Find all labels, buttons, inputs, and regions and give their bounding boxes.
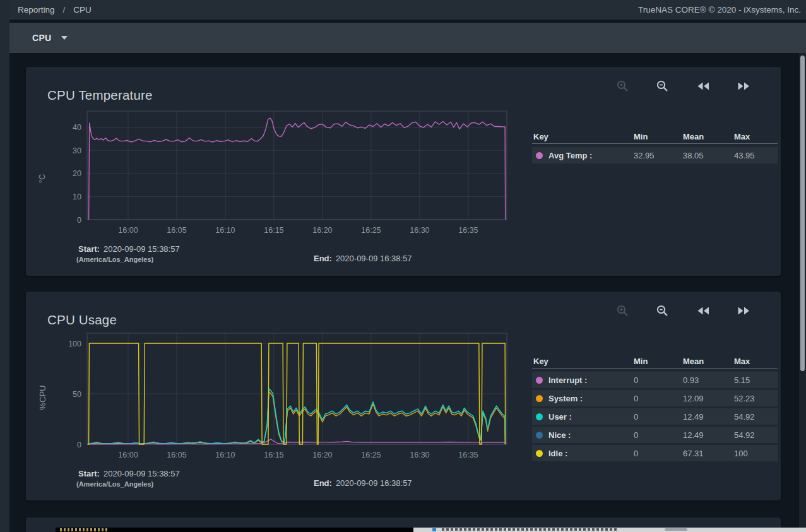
cpu-usage-card: CPU Usage: [26, 292, 781, 500]
series-color-dot: [536, 450, 543, 457]
legend-row: Interrupt : 0 0.93 5.15: [532, 372, 778, 388]
legend-series-label: Interrupt :: [536, 375, 634, 385]
legend-series-label: System :: [536, 394, 634, 403]
svg-text:%CPU: %CPU: [38, 385, 47, 410]
svg-text:10: 10: [73, 192, 81, 201]
cpu-temperature-card: CPU Temperature: [26, 67, 781, 276]
legend-row: Nice : 0 12.49 54.92: [532, 427, 778, 443]
legend-header: KeyMinMeanMax: [532, 130, 778, 144]
svg-text:16:15: 16:15: [264, 451, 283, 459]
end-value: 2020-09-09 16:38:57: [336, 478, 412, 488]
bottom-light-sliver: [413, 528, 806, 532]
legend-min: 0: [634, 394, 683, 403]
svg-text:16:00: 16:00: [118, 226, 138, 235]
legend-max: 54.92: [734, 430, 778, 440]
legend-min: 0: [634, 375, 683, 385]
breadcrumb-separator: /: [63, 5, 66, 15]
legend-row: System : 0 12.09 52.23: [532, 390, 778, 406]
legend-row: Avg Temp : 32.95 38.05 43.95: [532, 147, 778, 163]
legend-header-cell: Max: [734, 132, 778, 141]
scrollbar-thumb[interactable]: [800, 56, 805, 371]
legend-mean: 12.49: [683, 412, 734, 422]
brand-copyright: TrueNAS CORE® © 2020 - iXsystems, Inc.: [638, 5, 801, 15]
legend-header-cell: Mean: [683, 357, 734, 366]
legend-header-cell: Min: [634, 357, 683, 366]
legend-header: KeyMinMeanMax: [532, 355, 778, 369]
legend-row: Idle : 0 67.31 100: [532, 445, 778, 461]
breadcrumb-cpu: CPU: [73, 5, 92, 15]
chart-timezone: (America/Los_Angeles): [76, 256, 153, 263]
svg-text:0: 0: [77, 216, 81, 225]
legend-series-label: Nice :: [536, 430, 634, 440]
chart-end-time: End:2020-09-09 16:38:57: [314, 478, 412, 488]
breadcrumb: Reporting / CPU: [18, 5, 92, 15]
report-type-select-value: CPU: [32, 33, 51, 43]
legend-mean: 67.31: [683, 449, 734, 458]
svg-text:16:25: 16:25: [361, 451, 381, 459]
svg-text:16:35: 16:35: [458, 226, 478, 235]
bottom-control-fragment: [665, 528, 687, 531]
svg-text:16:30: 16:30: [410, 451, 429, 459]
series-color-dot: [536, 432, 543, 439]
cpu-usage-legend: KeyMinMeanMax Interrupt : 0 0.93 5.15 Sy…: [532, 355, 778, 463]
legend-row: User : 0 12.49 54.92: [532, 408, 778, 425]
end-label: End:: [314, 478, 332, 488]
legend-series-label: User :: [536, 412, 634, 422]
collapsed-sidebar-strip: [0, 0, 9, 532]
svg-text:20: 20: [73, 169, 81, 178]
legend-header-cell: Mean: [683, 132, 734, 141]
svg-text:0: 0: [77, 440, 81, 449]
svg-text:16:25: 16:25: [361, 226, 381, 235]
legend-max: 52.23: [734, 394, 778, 403]
svg-text:°C: °C: [37, 174, 47, 184]
legend-max: 43.95: [734, 151, 778, 160]
report-toolbar: CPU: [9, 23, 806, 53]
report-type-select[interactable]: CPU: [32, 33, 68, 43]
svg-text:40: 40: [73, 123, 81, 132]
chart-timezone: (America/Los_Angeles): [76, 480, 153, 488]
svg-text:16:20: 16:20: [312, 226, 332, 235]
chart-end-time: End:2020-09-09 16:38:57: [314, 254, 412, 263]
legend-header-cell: Key: [533, 132, 634, 141]
svg-text:16:35: 16:35: [458, 451, 478, 459]
chevron-down-icon: [61, 36, 68, 40]
legend-series-label: Avg Temp :: [536, 151, 634, 160]
legend-mean: 12.49: [683, 430, 734, 440]
svg-text:50: 50: [73, 390, 81, 399]
start-value: 2020-09-09 15:38:57: [104, 469, 180, 478]
breadcrumb-reporting[interactable]: Reporting: [18, 5, 55, 15]
legend-mean: 0.93: [683, 375, 734, 385]
series-color-dot: [536, 152, 543, 159]
legend-min: 0: [634, 412, 683, 422]
svg-text:16:05: 16:05: [167, 226, 186, 235]
breadcrumb-bar: Reporting / CPU TrueNAS CORE® © 2020 - i…: [9, 0, 806, 20]
svg-text:16:10: 16:10: [215, 451, 235, 459]
end-label: End:: [314, 254, 332, 263]
legend-max: 100: [734, 449, 778, 458]
chart-start-time: Start:2020-09-09 15:38:57: [78, 469, 180, 478]
legend-header-cell: Min: [634, 132, 683, 141]
reporting-page: Reporting / CPU TrueNAS CORE® © 2020 - i…: [0, 0, 806, 532]
start-value: 2020-09-09 15:38:57: [104, 244, 180, 254]
svg-text:16:10: 16:10: [215, 226, 235, 235]
cpu-temperature-legend: KeyMinMeanMax Avg Temp : 32.95 38.05 43.…: [532, 130, 778, 165]
bottom-dark-sliver: [56, 528, 413, 532]
svg-text:30: 30: [73, 146, 81, 155]
series-color-dot: [536, 377, 543, 384]
svg-text:100: 100: [68, 340, 81, 348]
series-color-dot: [536, 395, 543, 402]
legend-header-cell: Max: [734, 357, 778, 366]
bottom-text-fragment: [442, 528, 619, 531]
svg-text:16:00: 16:00: [118, 451, 138, 459]
svg-text:16:15: 16:15: [264, 226, 283, 235]
legend-max: 54.92: [734, 412, 778, 422]
svg-text:16:05: 16:05: [167, 451, 186, 459]
legend-min: 0: [634, 449, 683, 458]
legend-header-cell: Key: [533, 357, 634, 366]
legend-min: 0: [634, 430, 683, 440]
legend-mean: 12.09: [683, 394, 734, 403]
legend-series-label: Idle :: [536, 449, 634, 458]
start-label: Start:: [78, 469, 100, 478]
legend-min: 32.95: [634, 151, 683, 160]
chart-start-time: Start:2020-09-09 15:38:57: [78, 244, 180, 254]
